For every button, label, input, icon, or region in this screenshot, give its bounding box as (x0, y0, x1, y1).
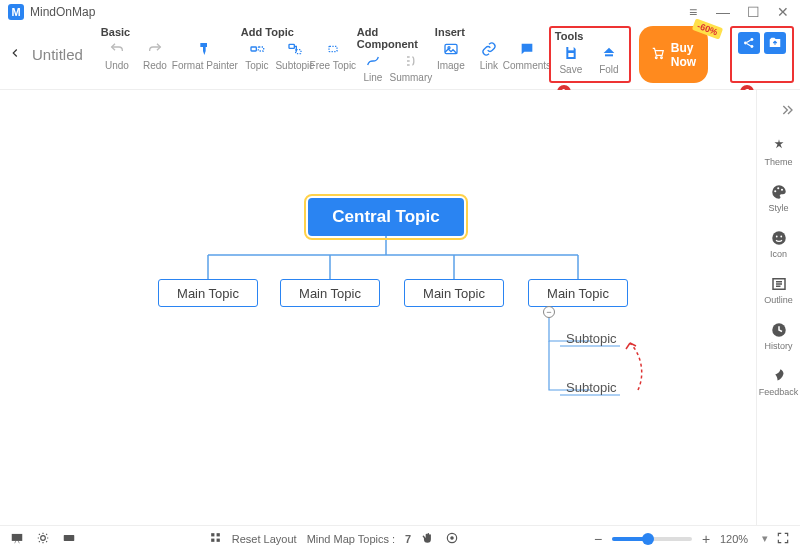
mindmap-canvas[interactable]: Central Topic Main Topic Main Topic Main… (0, 90, 756, 551)
undo-button[interactable]: Undo (99, 40, 135, 71)
svg-rect-33 (211, 539, 214, 542)
fold-icon (601, 44, 617, 62)
topics-count: 7 (405, 533, 411, 545)
link-icon (481, 40, 497, 58)
sidebar-outline[interactable]: Outline (757, 271, 800, 309)
bottom-bar: Reset Layout Mind Map Topics : 7 − + 120… (0, 525, 800, 551)
title-bar: M MindOnMap ≡ — ☐ ✕ (0, 0, 800, 24)
svg-rect-8 (568, 53, 573, 57)
group-label-insert: Insert (433, 26, 545, 38)
maximize-button[interactable]: ☐ (744, 4, 762, 20)
group-label-add-topic: Add Topic (239, 26, 351, 38)
fullscreen-icon[interactable] (776, 531, 790, 547)
svg-point-10 (655, 57, 657, 59)
comments-icon (519, 40, 535, 58)
svg-point-36 (451, 536, 453, 538)
summary-button[interactable]: Summary (393, 52, 429, 83)
save-button[interactable]: Save (553, 44, 589, 75)
sidebar-history[interactable]: History (757, 317, 800, 355)
zoom-dropdown-icon[interactable]: ▾ (762, 532, 768, 545)
svg-rect-9 (605, 54, 613, 56)
cart-icon (651, 46, 665, 63)
svg-point-19 (780, 189, 782, 191)
line-button[interactable]: Line (355, 52, 391, 83)
image-icon (443, 40, 459, 58)
sidebar-icon[interactable]: Icon (757, 225, 800, 263)
svg-rect-7 (568, 47, 573, 50)
svg-rect-4 (329, 46, 337, 51)
image-button[interactable]: Image (433, 40, 469, 71)
subtopic-button[interactable]: Subtopic (277, 40, 313, 71)
back-icon[interactable] (8, 46, 22, 63)
minimize-button[interactable]: — (714, 4, 732, 20)
fold-button[interactable]: Fold (591, 44, 627, 75)
share-export-group-highlighted: 2 (730, 26, 794, 83)
menu-icon[interactable]: ≡ (684, 4, 702, 20)
redo-button[interactable]: Redo (137, 40, 173, 71)
zoom-percent[interactable]: 120% (720, 533, 754, 545)
main-topic-node-2[interactable]: Main Topic (280, 279, 380, 307)
keyboard-icon[interactable] (62, 531, 76, 547)
topics-label: Mind Map Topics : (307, 533, 395, 545)
svg-point-20 (772, 231, 786, 245)
format-painter-icon (197, 40, 213, 58)
main-topic-node-4[interactable]: Main Topic (528, 279, 628, 307)
svg-point-17 (774, 190, 776, 192)
undo-icon (109, 40, 125, 58)
comments-button[interactable]: Comments (509, 40, 545, 71)
share-button[interactable] (738, 32, 760, 54)
svg-point-11 (660, 57, 662, 59)
link-button[interactable]: Link (471, 40, 507, 71)
main-topic-node-1[interactable]: Main Topic (158, 279, 258, 307)
free-topic-button[interactable]: Free Topic (315, 40, 351, 71)
pan-hand-icon[interactable] (421, 531, 435, 547)
svg-rect-1 (258, 47, 263, 51)
reset-layout-icon[interactable] (209, 531, 222, 546)
group-label-basic: Basic (99, 26, 235, 38)
focus-icon[interactable] (445, 531, 459, 547)
sidebar-theme[interactable]: Theme (757, 133, 800, 171)
presentation-icon[interactable] (10, 531, 24, 547)
free-topic-icon (325, 40, 341, 58)
tools-group-highlighted: Tools Save Fold 1 (549, 26, 631, 83)
collapse-toggle-icon[interactable]: − (543, 306, 555, 318)
zoom-slider[interactable] (612, 537, 692, 541)
zoom-in-button[interactable]: + (700, 531, 712, 547)
subtopic-icon (287, 40, 303, 58)
main-topic-node-3[interactable]: Main Topic (404, 279, 504, 307)
right-sidebar: Theme Style Icon Outline History Feedbac… (756, 90, 800, 551)
app-logo-icon: M (8, 4, 24, 20)
topic-button[interactable]: Topic (239, 40, 275, 71)
svg-rect-34 (216, 539, 219, 542)
svg-rect-28 (12, 533, 23, 540)
format-painter-button[interactable]: Format Painter (175, 40, 235, 71)
annotation-arrow-icon (620, 335, 650, 395)
brightness-icon[interactable] (36, 531, 50, 547)
buy-now-label: Buy Now (671, 41, 696, 69)
svg-point-21 (775, 236, 777, 238)
svg-point-22 (780, 236, 782, 238)
svg-point-18 (777, 187, 779, 189)
document-title[interactable]: Untitled (32, 46, 83, 63)
topic-icon (249, 40, 265, 58)
group-label-tools: Tools (553, 30, 627, 42)
export-button[interactable] (764, 32, 786, 54)
sidebar-feedback[interactable]: Feedback (757, 363, 800, 401)
line-icon (365, 52, 381, 70)
reset-layout-button[interactable]: Reset Layout (232, 533, 297, 545)
app-name: MindOnMap (30, 5, 95, 19)
group-label-add-component: Add Component (355, 26, 429, 50)
svg-rect-0 (251, 47, 256, 51)
central-topic-node[interactable]: Central Topic (308, 198, 464, 236)
subtopic-node-2[interactable]: Subtopic (566, 380, 617, 395)
close-button[interactable]: ✕ (774, 4, 792, 20)
redo-icon (147, 40, 163, 58)
sidebar-style[interactable]: Style (757, 179, 800, 217)
buy-now-button[interactable]: Buy Now -60% (639, 26, 708, 83)
zoom-out-button[interactable]: − (592, 531, 604, 547)
sidebar-collapse-button[interactable] (776, 98, 800, 125)
svg-rect-31 (211, 533, 214, 536)
zoom-thumb[interactable] (642, 533, 654, 545)
svg-rect-2 (289, 44, 294, 48)
subtopic-node-1[interactable]: Subtopic (566, 331, 617, 346)
